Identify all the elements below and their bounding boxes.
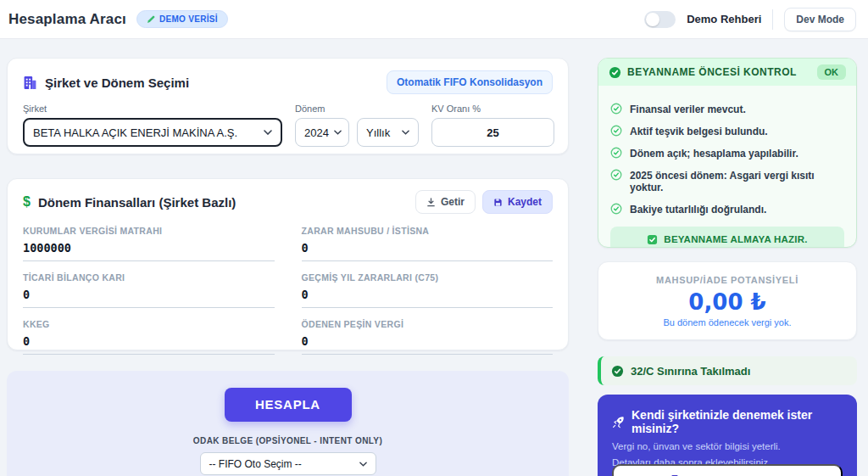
precheck-item-text: Finansal veriler mevcut. (630, 104, 746, 115)
potential-amount: 0,00 ₺ (688, 289, 765, 315)
fetch-button-label: Getir (441, 196, 465, 208)
check-circle-outline-icon (610, 147, 622, 159)
demo-badge-label: DEMO VERİSİ (159, 14, 218, 24)
divider (772, 9, 773, 30)
precheck-item: Aktif teşvik belgesi bulundu. (610, 126, 844, 137)
precheck-item: Finansal veriler mevcut. (610, 104, 844, 115)
financial-field: KKEG 0 (23, 319, 275, 355)
precheck-item: Bakiye tutarlılığı doğrulandı. (610, 204, 844, 216)
page-title: Hesaplama Aracı (8, 11, 126, 28)
check-circle-outline-icon (610, 125, 622, 137)
check-circle-icon (611, 365, 624, 378)
kv-rate-field-group: KV Oranı % 25 (431, 104, 554, 147)
precheck-card: BEYANNAME ÖNCESİ KONTROL OK Finansal ver… (598, 58, 857, 248)
field-label: KURUMLAR VERGİSİ MATRAHI (23, 226, 275, 236)
demo-data-badge: DEMO VERİSİ (136, 10, 228, 28)
toggle-knob (646, 13, 659, 26)
limit-banner-text: 32/C Sınırına Takılmadı (631, 365, 750, 378)
download-icon (426, 198, 436, 207)
promo-card: Kendi şirketinizle denemek ister misiniz… (598, 395, 857, 476)
save-button[interactable]: Kaydet (482, 190, 553, 214)
promo-title: Kendi şirketinizle denemek ister misiniz… (632, 408, 843, 435)
period-field-group: Dönem 2024 Yıllık (295, 104, 419, 147)
precheck-item-text: Aktif teşvik belgesi bulundu. (630, 126, 768, 137)
field-input[interactable]: 0 (23, 288, 275, 308)
focus-doc-value: -- FIFO Oto Seçim -- (209, 458, 302, 470)
company-select-value: BETA HALKA AÇIK ENERJİ MAKİNA A.Ş. (33, 126, 237, 139)
precheck-item-text: Bakiye tutarlılığı doğrulandı. (630, 204, 766, 216)
precheck-item-text: 2025 öncesi dönem: Asgari vergi kısıtı y… (630, 170, 844, 193)
field-label: GEÇMİŞ YIL ZARARLARI (C75) (302, 272, 554, 283)
save-icon (493, 198, 503, 207)
save-button-label: Kaydet (508, 196, 542, 208)
checkbox-check-icon (647, 234, 658, 245)
company-field-group: Şirket BETA HALKA AÇIK ENERJİ MAKİNA A.Ş… (23, 104, 282, 147)
promo-line-1: Vergi no, ünvan ve sektör bilgisi yeterl… (612, 440, 843, 454)
field-input[interactable]: 0 (23, 334, 275, 355)
add-real-company-label: Gerçek Şirket Ekle (687, 473, 783, 476)
demo-guide-toggle[interactable] (644, 11, 676, 28)
promo-title-row: Kendi şirketinizle denemek ister misiniz… (612, 408, 843, 435)
financial-field: GEÇMİŞ YIL ZARARLARI (C75) 0 (302, 272, 554, 308)
financial-field: ÖDENEN PEŞİN VERGİ 0 (302, 319, 554, 355)
top-bar-actions: Demo Rehberi Dev Mode (644, 8, 856, 31)
chevron-down-icon (329, 130, 342, 135)
field-input[interactable]: 1000000 (23, 241, 275, 261)
check-circle-outline-icon (610, 169, 622, 181)
hesaplama-araci-page: Hesaplama Aracı DEMO VERİSİ Demo Rehberi… (0, 0, 868, 476)
precheck-header: BEYANNAME ÖNCESİ KONTROL OK (598, 59, 856, 86)
check-circle-icon (609, 66, 621, 79)
fetch-button[interactable]: Getir (415, 190, 476, 214)
auto-fifo-consolidation-button[interactable]: Otomatik FIFO Konsolidasyon (387, 70, 553, 94)
financials-section-title: Dönem Finansalları (Şirket Bazlı) (38, 195, 236, 210)
rocket-icon (612, 416, 625, 428)
field-input[interactable]: 0 (302, 241, 554, 261)
financial-field: TİCARİ BİLANÇO KARI 0 (23, 272, 275, 308)
top-bar: Hesaplama Aracı DEMO VERİSİ Demo Rehberi… (0, 0, 868, 39)
field-input[interactable]: 0 (302, 288, 554, 308)
add-real-company-button[interactable]: Gerçek Şirket Ekle (612, 464, 843, 476)
period-frequency-select[interactable]: Yıllık (357, 118, 419, 147)
field-label: ÖDENEN PEŞİN VERGİ (302, 319, 554, 329)
field-label: KKEG (23, 319, 275, 329)
kv-rate-label: KV Oranı % (431, 104, 554, 114)
financials-section-title-row: $ Dönem Finansalları (Şirket Bazlı) (23, 194, 236, 210)
calculate-panel: HESAPLA ODAK BELGE (OPSİYONEL - INTENT O… (7, 371, 569, 476)
company-section-title: Şirket ve Dönem Seçimi (45, 76, 189, 90)
chevron-down-icon (259, 130, 272, 135)
kv-rate-input[interactable]: 25 (431, 118, 554, 147)
period-year-value: 2024 (304, 126, 329, 139)
company-period-card: Şirket ve Dönem Seçimi Otomatik FIFO Kon… (7, 58, 569, 154)
ready-banner: BEYANNAME ALMAYA HAZIR. (610, 227, 844, 248)
field-label: TİCARİ BİLANÇO KARI (23, 272, 275, 283)
dollar-icon: $ (23, 194, 31, 210)
status-badge: OK (817, 64, 847, 80)
financials-grid: KURUMLAR VERGİSİ MATRAHI 1000000 ZARAR M… (23, 226, 553, 355)
brand-area: Hesaplama Aracı DEMO VERİSİ (8, 10, 228, 28)
field-label: ZARAR MAHSUBU / İSTİSNA (302, 226, 554, 236)
building-icon (23, 76, 37, 90)
precheck-item: Dönem açık; hesaplama yapılabilir. (610, 148, 844, 160)
focus-doc-label: ODAK BELGE (OPSİYONEL - INTENT ONLY) (7, 436, 569, 445)
ready-banner-text: BEYANNAME ALMAYA HAZIR. (664, 234, 807, 244)
check-circle-outline-icon (610, 203, 622, 215)
chevron-down-icon (354, 462, 367, 467)
potential-caption: Bu dönem ödenecek vergi yok. (663, 317, 791, 328)
financial-field: KURUMLAR VERGİSİ MATRAHI 1000000 (23, 226, 275, 261)
precheck-list: Finansal veriler mevcut. Aktif teşvik be… (598, 86, 856, 248)
pencil-icon (147, 15, 155, 24)
demo-guide-label: Demo Rehberi (687, 13, 761, 25)
chevron-down-icon (397, 130, 409, 135)
dev-mode-button[interactable]: Dev Mode (784, 8, 856, 31)
precheck-item: 2025 öncesi dönem: Asgari vergi kısıtı y… (610, 170, 844, 193)
check-circle-outline-icon (610, 103, 622, 115)
period-frequency-value: Yıllık (366, 126, 390, 139)
focus-doc-select[interactable]: -- FIFO Oto Seçim -- (200, 452, 376, 475)
period-year-select[interactable]: 2024 (295, 118, 349, 147)
precheck-item-text: Dönem açık; hesaplama yapılabilir. (630, 148, 798, 160)
limit-status-banner: 32/C Sınırına Takılmadı (598, 356, 857, 385)
calculate-button[interactable]: HESAPLA (225, 388, 352, 422)
financial-field: ZARAR MAHSUBU / İSTİSNA 0 (302, 226, 554, 261)
field-input[interactable]: 0 (302, 334, 554, 355)
company-select[interactable]: BETA HALKA AÇIK ENERJİ MAKİNA A.Ş. (23, 118, 282, 147)
